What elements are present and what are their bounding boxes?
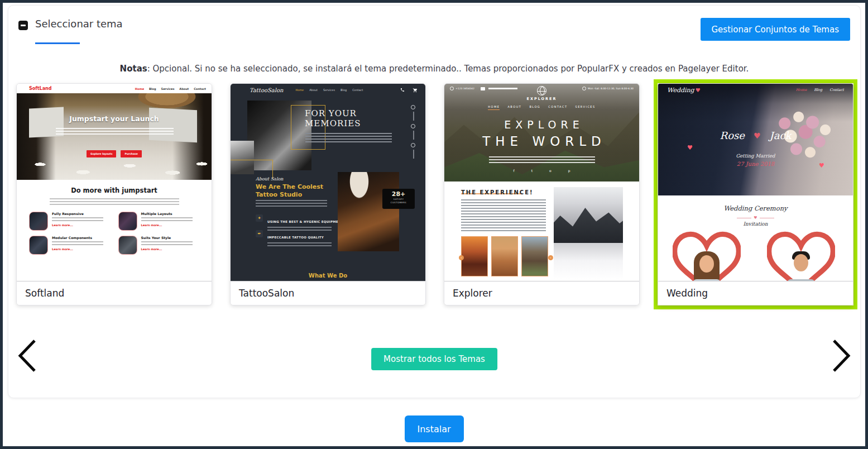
explorer-gallery bbox=[461, 236, 548, 276]
theme-card-explorer[interactable]: +123 3456542 Mon -Sat: 8.00-12.30, Sun 8… bbox=[444, 83, 640, 305]
wedding-tagline: Getting Married bbox=[658, 153, 853, 159]
text-line-decoration bbox=[56, 128, 174, 136]
wedding-invitation: Invitation bbox=[658, 221, 853, 227]
facebook-icon: f bbox=[514, 169, 515, 173]
groom-portrait bbox=[788, 251, 814, 281]
cart-icon bbox=[413, 88, 418, 93]
wedding-logo: Wedding bbox=[667, 87, 694, 94]
manage-theme-sets-button[interactable]: Gestionar Conjuntos de Temas bbox=[701, 18, 851, 41]
gallery-image bbox=[521, 236, 548, 276]
heart-icon: ♥ bbox=[754, 131, 761, 140]
heart-icon: ♥ bbox=[687, 144, 693, 151]
note-label: Notas bbox=[120, 64, 147, 74]
chevron-left-icon bbox=[18, 339, 37, 372]
show-all-themes-button[interactable]: Mostrar todos los Temas bbox=[371, 348, 497, 370]
tattoosalon-about-title: We Are The Coolest Tattoo Studio bbox=[256, 183, 323, 199]
twitter-icon: t bbox=[531, 169, 533, 173]
pen-icon: ✒ bbox=[256, 230, 263, 237]
text-line-decoration bbox=[305, 133, 392, 143]
explorer-logo: EXPLORER bbox=[444, 97, 639, 101]
softland-logo: SoftLand bbox=[29, 86, 51, 91]
softland-header: SoftLand Home Blog Services About Contac… bbox=[17, 84, 212, 93]
tattoosalon-customers-badge: 28+ SATISFY CUSTOMERS bbox=[382, 189, 415, 209]
instagram-icon: o bbox=[549, 169, 552, 173]
carousel-next-button[interactable] bbox=[829, 338, 853, 374]
text-line-decoration bbox=[256, 200, 327, 207]
heart-icon: ♥ bbox=[696, 87, 701, 93]
phone-icon bbox=[400, 88, 405, 92]
install-button[interactable]: Instalar bbox=[405, 415, 464, 442]
explorer-mountain-image bbox=[554, 187, 623, 279]
pinterest-icon bbox=[411, 143, 415, 147]
bride-name: Rose bbox=[720, 130, 745, 141]
wedding-hero-image: Wedding ♥ Home Blog Contact ♥ ♥ Rose bbox=[658, 84, 853, 195]
tattoosalon-preview: TattooSalon Home About Services Blog Con… bbox=[231, 84, 425, 281]
text-line-decoration bbox=[461, 199, 546, 233]
theme-name-label: Softland bbox=[17, 281, 212, 305]
theme-card-wedding[interactable]: Wedding ♥ Home Blog Contact ♥ ♥ Rose bbox=[658, 83, 853, 305]
explorer-preview: +123 3456542 Mon -Sat: 8.00-12.30, Sun 8… bbox=[444, 84, 639, 281]
theme-card-softland[interactable]: SoftLand Home Blog Services About Contac… bbox=[16, 83, 212, 305]
theme-name-label: Explorer bbox=[444, 281, 639, 305]
tattoosalon-social-icons bbox=[411, 105, 415, 147]
wedding-nav: Home Blog Contact bbox=[796, 88, 844, 92]
globe-icon bbox=[537, 86, 546, 95]
instagram-icon bbox=[411, 105, 415, 109]
theme-selection-page: { "header": { "title": "Seleccionar tema… bbox=[0, 0, 868, 449]
wedding-date: 27 June 2018 bbox=[658, 161, 853, 167]
wedding-ceremony-title: Wedding Ceremony bbox=[658, 204, 853, 212]
softland-nav: Home Blog Services About Contact bbox=[135, 87, 206, 90]
bride-heart-frame bbox=[673, 231, 741, 281]
tattoosalon-side-image bbox=[231, 141, 254, 174]
softland-feature-image bbox=[29, 236, 48, 255]
page-title: Seleccionar tema bbox=[35, 18, 123, 30]
gallery-next-icon: › bbox=[548, 255, 553, 260]
softland-preview: SoftLand Home Blog Services About Contac… bbox=[17, 84, 212, 281]
theme-cards-row: SoftLand Home Blog Services About Contac… bbox=[8, 83, 860, 305]
explorer-hero-title: EXPLORE bbox=[444, 118, 639, 131]
gallery-prev-icon: ‹ bbox=[459, 255, 464, 260]
tattoosalon-logo: TattooSalon bbox=[250, 87, 283, 93]
explorer-hero-title2: THE WORLD bbox=[444, 134, 639, 149]
softland-feature-image bbox=[118, 236, 137, 255]
softland-hero-image: Jumpstart your Launch Explore layouts Pu… bbox=[17, 93, 212, 180]
softland-section-title: Do more with jumpstart bbox=[17, 180, 212, 194]
select-theme-panel: Seleccionar tema Gestionar Conjuntos de … bbox=[8, 5, 861, 398]
theme-name-label: TattooSalon bbox=[231, 281, 425, 305]
softland-hero-title: Jumpstart your Launch bbox=[17, 114, 212, 123]
theme-name-label: Wedding bbox=[658, 281, 853, 305]
chevron-right-icon bbox=[832, 339, 851, 372]
softland-feature-image bbox=[29, 212, 48, 231]
gallery-image bbox=[491, 236, 518, 276]
bride-portrait bbox=[694, 251, 720, 281]
pinterest-icon: p bbox=[568, 169, 570, 173]
explorer-section-title: THE EXPERIENCE! bbox=[461, 189, 534, 195]
tattoosalon-arm-image bbox=[338, 172, 399, 251]
selected-theme-highlight: Wedding ♥ Home Blog Contact ♥ ♥ Rose bbox=[654, 79, 857, 309]
groom-heart-frame bbox=[767, 231, 835, 281]
facebook-icon bbox=[411, 124, 415, 128]
tattoosalon-nav: Home About Services Blog Contact bbox=[295, 88, 363, 92]
theme-card-tattoosalon[interactable]: TattooSalon Home About Services Blog Con… bbox=[230, 83, 426, 305]
wedding-preview: Wedding ♥ Home Blog Contact ♥ ♥ Rose bbox=[658, 84, 853, 281]
tattoosalon-hero-title: FOR YOUR MEMORIES bbox=[305, 108, 361, 128]
gallery-image bbox=[461, 236, 488, 276]
heart-divider: ♥ bbox=[658, 216, 853, 220]
groom-name: Jack bbox=[769, 130, 791, 141]
explorer-hero-image: +123 3456542 Mon -Sat: 8.00-12.30, Sun 8… bbox=[444, 84, 639, 181]
heart-icon: ♥ bbox=[754, 216, 757, 220]
text-line-decoration bbox=[50, 198, 179, 206]
tattoosalon-section2-title: What We Do bbox=[231, 273, 425, 279]
explorer-nav: HOME ABOUT BLOG CONTACT SERVICES bbox=[444, 105, 639, 110]
title-underline bbox=[35, 42, 80, 44]
note-text: Notas: Opcional. Si no se ha seleccionad… bbox=[8, 64, 860, 74]
text-line-decoration bbox=[489, 156, 595, 164]
carousel-prev-button[interactable] bbox=[15, 338, 40, 374]
softland-explore-button: Explore layouts bbox=[87, 150, 116, 157]
collapse-minus-icon[interactable] bbox=[18, 21, 28, 30]
softland-purchase-button: Purchase bbox=[121, 150, 141, 157]
explorer-social-icons: f t o p bbox=[444, 169, 639, 173]
tattoosalon-about-script: About Salon bbox=[256, 176, 283, 181]
softland-feature-image bbox=[118, 212, 137, 231]
bird-icon: ✦ bbox=[256, 214, 263, 222]
